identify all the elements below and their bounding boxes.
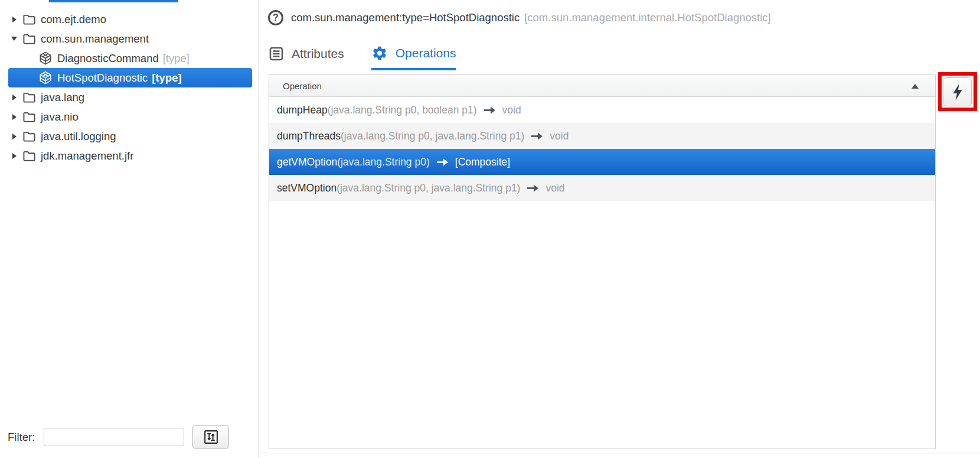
execute-operation-button[interactable] [943, 77, 972, 106]
tree-item-label: com.sun.management [41, 33, 149, 46]
folder-icon [23, 14, 35, 25]
chevron-down-icon[interactable] [8, 37, 20, 41]
mbean-tree-sidebar: com.ejt.demo com.sun.management Diagnost… [0, 0, 259, 458]
operation-row-getvmoption[interactable]: getVMOption(java.lang.String p0) [Compos… [269, 149, 935, 175]
operation-params: (java.lang.String p0, java.lang.String p… [337, 182, 520, 194]
tree-item-java-util-logging[interactable]: java.util.logging [8, 126, 252, 146]
arrow-right-icon [527, 184, 539, 193]
operation-row-setvmoption[interactable]: setVMOption(java.lang.String p0, java.la… [269, 175, 935, 201]
chevron-right-icon[interactable] [8, 114, 20, 120]
operation-return-type: void [545, 182, 564, 194]
tab-operations[interactable]: Operations [371, 45, 456, 70]
operation-column-header[interactable]: Operation [269, 75, 935, 97]
tree-item-type-suffix: [type] [163, 52, 190, 65]
filter-input[interactable] [44, 428, 184, 446]
tree-item-label: DiagnosticCommand [57, 52, 159, 65]
tab-label: Operations [396, 46, 456, 60]
sidebar-active-tab-indicator [49, 0, 178, 2]
folder-icon [23, 112, 35, 122]
filter-options-button[interactable] [192, 425, 229, 449]
operation-return-type: [Composite] [455, 156, 510, 168]
tab-label: Attributes [292, 47, 344, 61]
tree-item-label: java.util.logging [41, 130, 116, 143]
mbean-class-name: [com.sun.management.internal.HotSpotDiag… [524, 11, 771, 24]
swap-vertical-boxed-icon [203, 429, 219, 445]
operation-row-dumpheap[interactable]: dumpHeap(java.lang.String p0, boolean p1… [269, 97, 935, 123]
operations-table: Operation dumpHeap(java.lang.String p0, … [269, 74, 936, 449]
tree-item-com-sun-management[interactable]: com.sun.management [8, 29, 252, 48]
mbean-cube-icon [39, 71, 52, 85]
tree-item-label: java.lang [41, 91, 84, 104]
arrow-right-icon [484, 106, 496, 115]
operation-return-type: void [550, 130, 569, 142]
operation-name: dumpThreads [277, 130, 341, 142]
tree-item-java-nio[interactable]: java.nio [8, 107, 252, 126]
mbean-object-name: com.sun.management:type=HotSpotDiagnosti… [291, 11, 520, 24]
chevron-right-icon[interactable] [8, 95, 20, 100]
operation-params: (java.lang.String p0, boolean p1) [328, 104, 477, 116]
operation-name: dumpHeap [277, 104, 328, 116]
tree-item-jdk-management-jfr[interactable]: jdk.management.jfr [8, 146, 252, 165]
tree-item-label: com.ejt.demo [41, 13, 106, 26]
tree-item-label: HotSpotDiagnostic [57, 72, 148, 85]
operation-params: (java.lang.String p0, java.lang.String p… [341, 130, 524, 142]
operation-row-dumpthreads[interactable]: dumpThreads(java.lang.String p0, java.la… [269, 123, 935, 149]
folder-icon [23, 92, 35, 103]
column-header-label: Operation [283, 81, 322, 91]
tree-item-label: java.nio [41, 111, 79, 124]
folder-icon [23, 34, 35, 44]
pane-bottom-border [259, 453, 980, 453]
operation-name: setVMOption [277, 182, 337, 194]
filter-label: Filter: [8, 431, 35, 444]
chevron-right-icon[interactable] [8, 17, 20, 22]
tab-attributes[interactable]: Attributes [269, 46, 344, 70]
mbean-tree: com.ejt.demo com.sun.management Diagnost… [0, 9, 259, 165]
operation-name: getVMOption [277, 156, 337, 168]
mbean-tabs: Attributes Operations [269, 45, 456, 70]
tree-item-type-suffix: [type] [152, 72, 181, 85]
gear-icon [371, 45, 388, 61]
tree-filter-bar: Filter: [0, 425, 259, 449]
operation-params: (java.lang.String p0) [337, 156, 430, 168]
attributes-list-icon [269, 46, 284, 61]
tree-item-diagnosticcommand[interactable]: DiagnosticCommand [type] [8, 48, 252, 68]
pane-divider [259, 0, 259, 458]
chevron-right-icon[interactable] [8, 134, 20, 139]
lightning-icon [951, 83, 964, 101]
arrow-right-icon [531, 132, 543, 141]
folder-icon [23, 131, 35, 142]
chevron-right-icon[interactable] [8, 153, 20, 159]
tree-item-java-lang[interactable]: java.lang [8, 87, 252, 107]
mbean-header: ? com.sun.management:type=HotSpotDiagnos… [268, 10, 771, 25]
help-circle-icon[interactable]: ? [268, 10, 283, 25]
sort-ascending-icon [912, 84, 919, 89]
tree-item-label: jdk.management.jfr [41, 150, 133, 163]
operation-return-type: void [502, 104, 521, 116]
tree-item-com-ejt-demo[interactable]: com.ejt.demo [8, 9, 252, 29]
mbean-cube-icon [39, 51, 52, 65]
folder-icon [23, 151, 35, 161]
tree-item-hotspotdiagnostic[interactable]: HotSpotDiagnostic [type] [8, 68, 252, 87]
arrow-right-icon [436, 158, 449, 167]
